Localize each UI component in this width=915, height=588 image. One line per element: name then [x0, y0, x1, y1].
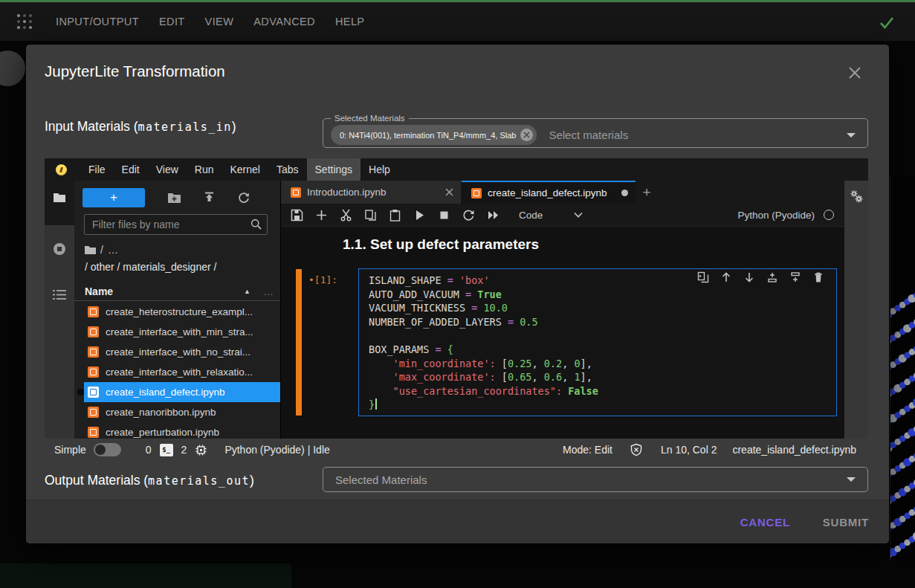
menu-help[interactable]: HELP	[335, 16, 364, 28]
breadcrumb-ellipsis[interactable]: …	[108, 244, 118, 256]
cell-collapser[interactable]	[296, 269, 302, 416]
home-folder-icon[interactable]	[85, 245, 96, 254]
jmenu-kernel[interactable]: Kernel	[222, 158, 268, 181]
cell-type-chevron-icon[interactable]	[574, 212, 583, 218]
restart-kernel-icon[interactable]	[462, 209, 475, 222]
move-cell-down-icon[interactable]	[743, 271, 755, 283]
select-materials-placeholder: Select materials	[549, 129, 628, 141]
kernel-status-icon[interactable]	[824, 210, 834, 220]
execution-prompt: •[1]:	[308, 274, 337, 285]
cursor-position[interactable]: Ln 10, Col 2	[661, 444, 717, 456]
save-icon[interactable]	[291, 209, 303, 222]
code-line: 'max_coordinate': [0.65, 0.6, 1],	[369, 370, 836, 384]
file-row-selected[interactable]: create_island_defect.ipynb	[74, 382, 280, 402]
submit-button[interactable]: SUBMIT	[823, 516, 869, 529]
property-inspector-gears-icon[interactable]	[850, 190, 864, 204]
name-column-header[interactable]: Name	[85, 285, 113, 297]
duplicate-cell-icon[interactable]	[697, 271, 709, 283]
delete-cell-icon[interactable]	[812, 271, 824, 283]
selected-materials-legend: Selected Materials	[331, 114, 409, 123]
tab-label: Introduction.ipynb	[307, 187, 387, 198]
menu-input-output[interactable]: INPUT/OUTPUT	[56, 16, 139, 28]
terminals-count[interactable]: 0	[146, 444, 152, 456]
new-tab-button[interactable]: +	[636, 181, 658, 204]
top-app-bar: INPUT/OUTPUT EDIT VIEW ADVANCED HELP	[0, 0, 915, 41]
menu-view[interactable]: VIEW	[205, 16, 234, 28]
insert-cell-below-icon[interactable]	[789, 271, 801, 283]
run-icon[interactable]	[413, 209, 426, 222]
dialog-footer: CANCEL SUBMIT	[26, 500, 889, 543]
markdown-heading: 1.1. Set up defect parameters	[343, 236, 539, 253]
stop-icon[interactable]	[438, 209, 450, 222]
search-icon	[250, 219, 262, 230]
code-line: }	[369, 398, 836, 412]
kernels-count[interactable]: 2	[181, 444, 187, 456]
upload-icon[interactable]	[204, 192, 215, 204]
paste-icon[interactable]	[389, 209, 401, 222]
file-name: create_perturbation.ipynb	[106, 427, 219, 438]
menu-edit[interactable]: EDIT	[159, 16, 185, 28]
file-list-header[interactable]: Name ▲ …	[74, 282, 280, 301]
new-folder-icon[interactable]	[168, 193, 181, 203]
move-cell-up-icon[interactable]	[720, 271, 732, 283]
chip-delete-icon[interactable]	[520, 129, 533, 141]
editor-mode[interactable]: Mode: Edit	[563, 444, 612, 456]
notebook-file-icon	[88, 407, 99, 418]
tab-close-icon[interactable]	[445, 188, 453, 196]
material-chip[interactable]: 0: N4Ti4(001), termination TiN_P4/mmm_4,…	[331, 125, 537, 145]
filter-files-input[interactable]	[84, 214, 268, 235]
file-row[interactable]: create_nanoribbon.ipynb	[74, 402, 280, 422]
menu-advanced[interactable]: ADVANCED	[253, 16, 315, 28]
breadcrumb-root[interactable]: /	[100, 244, 103, 256]
background-fab	[0, 51, 25, 86]
terminal-icon: $_	[160, 444, 173, 456]
notebook-file-icon	[88, 427, 99, 438]
dropdown-arrow-icon[interactable]	[847, 477, 856, 482]
simple-mode-toggle[interactable]	[94, 443, 121, 456]
file-row[interactable]: create_heterostructure_exampl...	[74, 302, 280, 322]
new-launcher-button[interactable]: +	[83, 188, 145, 207]
cut-icon[interactable]	[340, 209, 352, 222]
file-name: create_heterostructure_exampl...	[106, 306, 253, 317]
refresh-icon[interactable]	[238, 192, 250, 204]
kernel-name[interactable]: Python (Pyodide)	[737, 210, 815, 221]
file-row[interactable]: create_interface_with_relaxatio...	[74, 362, 280, 382]
trust-shield-icon[interactable]	[630, 443, 643, 456]
jmenu-settings[interactable]: Settings	[307, 158, 361, 181]
crystal-structure-preview	[890, 176, 915, 561]
kernel-status-text[interactable]: Python (Pyodide) | Idle	[224, 444, 329, 456]
code-line: "use_cartesian_coordinates": False	[369, 384, 836, 398]
jmenu-edit[interactable]: Edit	[114, 158, 148, 181]
dropdown-arrow-icon[interactable]	[847, 133, 856, 138]
tab-create-island-defect[interactable]: create_island_defect.ipynb	[462, 181, 636, 204]
output-materials-select[interactable]: Selected Materials	[323, 467, 868, 492]
crystal-atoms	[890, 176, 915, 561]
apps-grid-icon[interactable]	[16, 13, 33, 30]
jmenu-help[interactable]: Help	[360, 158, 398, 181]
more-columns-icon[interactable]: …	[263, 285, 274, 297]
check-icon[interactable]	[878, 13, 896, 31]
notebook-file-icon	[471, 188, 482, 198]
file-row[interactable]: create_interface_with_no_strai...	[74, 342, 280, 362]
breadcrumb-path[interactable]: / other / materials_designer /	[85, 261, 216, 273]
running-kernels-tab-icon[interactable]	[53, 242, 66, 256]
cancel-button[interactable]: CANCEL	[740, 516, 790, 529]
add-cell-icon[interactable]	[315, 209, 328, 222]
selected-materials-select[interactable]: Selected Materials 0: N4Ti4(001), termin…	[323, 114, 868, 148]
jmenu-file[interactable]: File	[80, 158, 114, 181]
jmenu-tabs[interactable]: Tabs	[268, 158, 307, 181]
code-editor[interactable]: ISLAND_SHAPE = 'box'AUTO_ADD_VACUUM = Tr…	[358, 268, 837, 416]
cell-type-select[interactable]: Code	[519, 210, 543, 221]
output-select-placeholder: Selected Materials	[335, 474, 427, 486]
table-of-contents-tab-icon[interactable]	[53, 289, 66, 300]
file-row[interactable]: create_interface_with_min_stra...	[74, 322, 280, 342]
insert-cell-above-icon[interactable]	[766, 271, 778, 283]
tab-introduction[interactable]: Introduction.ipynb	[281, 181, 462, 204]
jmenu-run[interactable]: Run	[187, 158, 222, 181]
close-icon[interactable]	[847, 65, 862, 80]
copy-icon[interactable]	[364, 209, 377, 222]
restart-run-all-icon[interactable]	[487, 209, 499, 222]
jmenu-view[interactable]: View	[148, 158, 187, 181]
file-browser-tab-icon[interactable]	[53, 192, 66, 203]
file-name: create_island_defect.ipynb	[106, 387, 225, 398]
